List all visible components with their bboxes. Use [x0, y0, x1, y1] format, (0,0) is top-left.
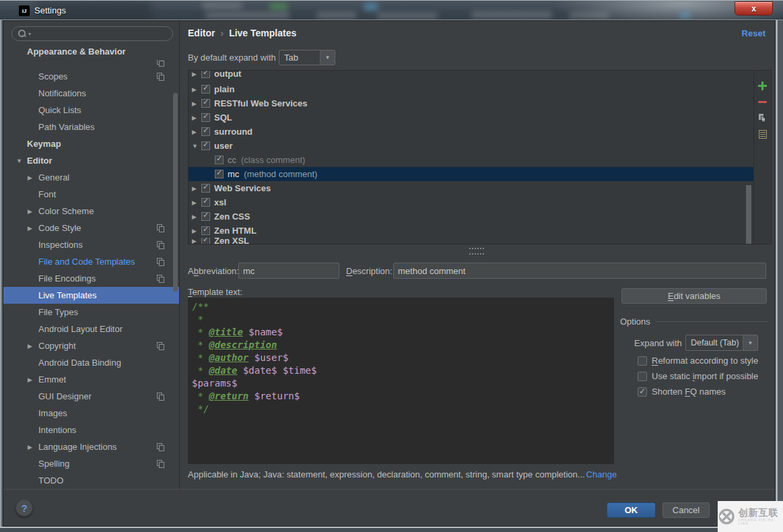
checkbox[interactable] — [201, 113, 210, 122]
expand-arrow-icon[interactable]: ▶ — [28, 444, 38, 451]
sidebar-item-file-colors[interactable]: File Colors — [3, 60, 179, 68]
sidebar-item-intentions[interactable]: Intentions — [3, 422, 179, 438]
search-input[interactable] — [31, 28, 172, 39]
checkbox[interactable] — [201, 99, 210, 108]
dropdown-arrow-icon[interactable]: ▼ — [743, 335, 757, 350]
duplicate-button[interactable] — [754, 110, 771, 126]
checkbox[interactable] — [201, 238, 210, 244]
sidebar-scrollbar[interactable] — [173, 93, 178, 292]
remove-button[interactable] — [754, 94, 771, 110]
sidebar-item-inspections[interactable]: Inspections — [3, 236, 179, 253]
tree-row-web-services[interactable]: ▶Web Services — [189, 181, 753, 195]
sidebar-item-todo[interactable]: TODO — [3, 472, 179, 489]
tree-row-user[interactable]: ▼user — [189, 139, 753, 153]
sidebar-item-path-variables[interactable]: Path Variables — [3, 119, 179, 135]
tree-row-zen-css[interactable]: ▶Zen CSS — [189, 209, 753, 224]
abbreviation-input[interactable] — [238, 263, 339, 279]
close-button[interactable]: x — [735, 1, 773, 15]
default-expand-select[interactable]: Tab ▼ — [279, 50, 335, 65]
expand-arrow-icon[interactable]: ▶ — [28, 174, 38, 181]
sidebar-item-gui-designer[interactable]: GUI Designer — [3, 388, 179, 405]
checkbox[interactable] — [201, 141, 210, 150]
tree-row-zen-html[interactable]: ▶Zen HTML — [189, 224, 753, 238]
option-shorten-fq-names[interactable]: Shorten FQ names — [638, 384, 758, 399]
sidebar-item-color-scheme[interactable]: ▶Color Scheme — [3, 203, 179, 220]
expand-arrow-icon[interactable]: ▶ — [192, 86, 201, 93]
tree-row-sql[interactable]: ▶SQL — [189, 110, 753, 125]
splitter-handle[interactable] — [469, 248, 484, 255]
collapse-arrow-icon[interactable]: ▼ — [192, 143, 201, 149]
tree-row-surround[interactable]: ▶surround — [189, 125, 753, 139]
expand-arrow-icon[interactable]: ▶ — [192, 238, 201, 244]
tree-row-xsl[interactable]: ▶xsl — [189, 195, 753, 209]
sidebar-item-quick-lists[interactable]: Quick Lists — [3, 102, 179, 119]
sidebar-item-live-templates[interactable]: Live Templates — [3, 287, 179, 304]
expand-arrow-icon[interactable]: ▶ — [192, 100, 201, 107]
expand-arrow-icon[interactable]: ▶ — [192, 71, 201, 77]
sidebar-item-general[interactable]: ▶General — [3, 169, 179, 186]
expand-arrow-icon[interactable]: ▶ — [28, 343, 38, 350]
option-reformat-according-to-style[interactable]: Reformat according to style — [638, 353, 758, 368]
tree-row-output[interactable]: ▶output — [189, 71, 753, 82]
sidebar-item-android-layout-editor[interactable]: Android Layout Editor — [3, 321, 179, 337]
checkbox[interactable] — [215, 170, 224, 178]
checkbox[interactable] — [201, 71, 210, 78]
expand-arrow-icon[interactable]: ▶ — [192, 228, 201, 234]
tree-row-mc[interactable]: mc(method comment) — [189, 167, 753, 181]
sidebar-item-android-data-binding[interactable]: Android Data Binding — [3, 354, 179, 371]
reset-link[interactable]: Reset — [742, 28, 765, 38]
checkbox[interactable] — [638, 372, 647, 381]
sidebar-item-keymap[interactable]: Keymap — [3, 135, 179, 152]
restore-defaults-button[interactable] — [754, 126, 771, 142]
sidebar-item-font[interactable]: Font — [3, 186, 179, 203]
checkbox[interactable] — [201, 184, 210, 193]
checkbox[interactable] — [201, 226, 210, 235]
add-button[interactable] — [754, 77, 771, 94]
sidebar-item-images[interactable]: Images — [3, 405, 179, 422]
checkbox[interactable] — [201, 85, 210, 94]
sidebar-item-file-and-code-templates[interactable]: File and Code Templates — [3, 253, 179, 270]
description-input[interactable] — [393, 263, 766, 279]
ok-button[interactable]: OK — [607, 502, 656, 518]
template-editor[interactable]: /** * * @title $name$ * @description * @… — [188, 298, 614, 464]
checkbox[interactable] — [638, 356, 647, 366]
sidebar-item-notifications[interactable]: Notifications — [3, 85, 179, 102]
tree-row-plain[interactable]: ▶plain — [189, 82, 753, 96]
settings-search-box[interactable]: ▾ — [11, 26, 173, 41]
expand-arrow-icon[interactable]: ▶ — [192, 213, 201, 220]
checkbox[interactable] — [201, 212, 210, 221]
sidebar-item-scopes[interactable]: Scopes — [3, 68, 179, 85]
expand-arrow-icon[interactable]: ▶ — [28, 208, 38, 215]
expand-arrow-icon[interactable]: ▶ — [192, 129, 201, 135]
sidebar-item-language-injections[interactable]: ▶Language Injections — [3, 438, 179, 455]
tree-scrollbar[interactable] — [746, 185, 751, 244]
dropdown-arrow-icon[interactable]: ▼ — [320, 51, 335, 65]
checkbox[interactable] — [201, 198, 210, 207]
expand-arrow-icon[interactable]: ▶ — [28, 225, 38, 232]
change-link[interactable]: Change — [586, 469, 617, 479]
sidebar-item-copyright[interactable]: ▶Copyright — [3, 337, 179, 354]
collapse-arrow-icon[interactable]: ▼ — [16, 158, 27, 164]
sidebar-item-editor[interactable]: ▼Editor — [3, 152, 179, 169]
expand-arrow-icon[interactable]: ▶ — [192, 114, 201, 121]
sidebar-item-appearance-behavior[interactable]: Appearance & Behavior — [3, 43, 179, 60]
help-button[interactable]: ? — [15, 499, 33, 517]
expand-arrow-icon[interactable]: ▶ — [28, 376, 38, 383]
cancel-button[interactable]: Cancel — [662, 502, 710, 518]
sidebar-item-file-types[interactable]: File Types — [3, 304, 179, 321]
tree-row-cc[interactable]: cc(class comment) — [189, 153, 753, 167]
sidebar-item-code-style[interactable]: ▶Code Style — [3, 220, 179, 236]
option-use-static-import-if-possible[interactable]: Use static import if possible — [638, 368, 758, 384]
tree-row-zen-xsl[interactable]: ▶Zen XSL — [189, 238, 753, 244]
sidebar-item-file-encodings[interactable]: File Encodings — [3, 270, 179, 287]
sidebar-item-spelling[interactable]: Spelling — [3, 455, 179, 472]
edit-variables-button[interactable]: Edit variables — [621, 288, 767, 304]
checkbox[interactable] — [201, 127, 210, 136]
expand-arrow-icon[interactable]: ▶ — [192, 185, 201, 192]
checkbox[interactable] — [638, 387, 647, 397]
expand-arrow-icon[interactable]: ▶ — [192, 199, 201, 206]
sidebar-item-emmet[interactable]: ▶Emmet — [3, 371, 179, 388]
checkbox[interactable] — [215, 156, 224, 164]
expand-with-select[interactable]: Default (Tab) ▼ — [685, 335, 758, 351]
tree-row-restful-web-services[interactable]: ▶RESTful Web Services — [189, 96, 753, 110]
